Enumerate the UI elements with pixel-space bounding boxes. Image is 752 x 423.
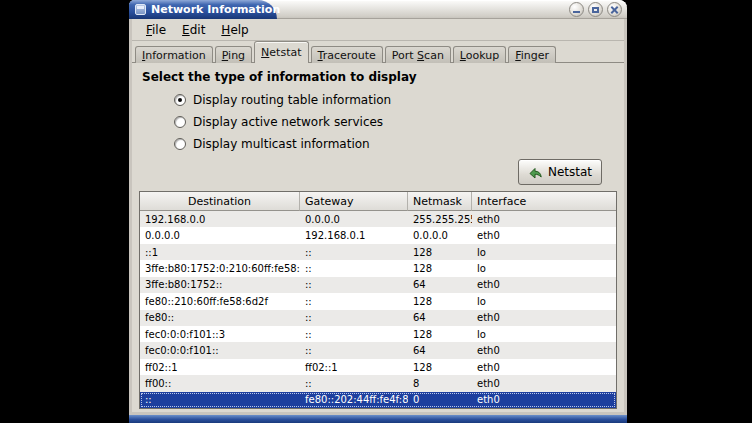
table-row[interactable]: 192.168.0.0 0.0.0.0 255.255.255.0 eth0 bbox=[140, 211, 616, 227]
table-row[interactable]: fec0:0:0:f101:: :: 64 eth0 bbox=[140, 342, 616, 358]
table-row[interactable]: 3ffe:b80:1752:0:210:60ff:fe58:6d2f :: 12… bbox=[140, 260, 616, 276]
column-header[interactable]: Gateway bbox=[300, 192, 408, 211]
table-row[interactable]: 3ffe:b80:1752:: :: 64 eth0 bbox=[140, 277, 616, 293]
window-icon bbox=[135, 4, 146, 15]
maximize-icon bbox=[592, 7, 599, 13]
radio-button-icon[interactable] bbox=[174, 138, 186, 150]
radio-option-label: Display multicast information bbox=[193, 137, 370, 151]
netmask-cell: 0 bbox=[408, 394, 472, 405]
radio-option[interactable]: Display multicast information bbox=[174, 133, 617, 155]
destination-cell: fe80:: bbox=[140, 312, 300, 323]
minimize-button[interactable] bbox=[569, 2, 584, 17]
table-row[interactable]: fe80::210:60ff:fe58:6d2f :: 128 lo bbox=[140, 293, 616, 309]
screen-background: Network Information File Edit Help bbox=[0, 0, 752, 423]
destination-cell: fec0:0:0:f101::3 bbox=[140, 329, 300, 340]
gateway-cell: fe80::202:44ff:fe4f:83e1 bbox=[300, 394, 408, 405]
tab-label: Traceroute bbox=[318, 49, 376, 62]
interface-cell: lo bbox=[472, 329, 616, 340]
netmask-cell: 128 bbox=[408, 362, 472, 373]
interface-cell: lo bbox=[472, 247, 616, 258]
titlebar-tab[interactable]: Network Information bbox=[129, 0, 277, 19]
netstat-button[interactable]: Netstat bbox=[518, 159, 602, 185]
radio-button-icon[interactable] bbox=[174, 94, 186, 106]
interface-cell: lo bbox=[472, 296, 616, 307]
network-information-window: Network Information File Edit Help bbox=[129, 0, 627, 415]
tab-bar: Information Ping Netstat Traceroute bbox=[132, 41, 624, 63]
tab[interactable]: Netstat bbox=[254, 41, 308, 63]
tab[interactable]: Lookup bbox=[453, 46, 506, 63]
table-body: 192.168.0.0 0.0.0.0 255.255.255.0 eth0 0… bbox=[140, 211, 616, 408]
tab[interactable]: Information bbox=[135, 46, 213, 63]
radio-group: Display routing table information Displa… bbox=[174, 89, 617, 155]
table-row[interactable]: ff02::1 ff02::1 128 eth0 bbox=[140, 359, 616, 375]
column-header[interactable]: Netmask bbox=[408, 192, 472, 211]
table-header-row: Destination Gateway Netmask Interface bbox=[140, 192, 616, 211]
netmask-cell: 8 bbox=[408, 378, 472, 389]
interface-cell: eth0 bbox=[472, 394, 616, 405]
column-header[interactable]: Interface bbox=[472, 192, 616, 211]
radio-option[interactable]: Display active network services bbox=[174, 111, 617, 133]
radio-button-icon[interactable] bbox=[174, 116, 186, 128]
table-row[interactable]: ::1 :: 128 lo bbox=[140, 244, 616, 260]
netmask-cell: 64 bbox=[408, 279, 472, 290]
menu-item[interactable]: Edit bbox=[174, 21, 213, 39]
netmask-cell: 64 bbox=[408, 312, 472, 323]
netstat-button-label: Netstat bbox=[548, 165, 592, 179]
gateway-cell: :: bbox=[300, 378, 408, 389]
titlebar[interactable]: Network Information bbox=[129, 0, 627, 19]
tab[interactable]: Ping bbox=[215, 46, 252, 63]
interface-cell: eth0 bbox=[472, 214, 616, 225]
button-row: Netstat bbox=[139, 159, 602, 185]
column-header[interactable]: Destination bbox=[140, 192, 300, 211]
window-title: Network Information bbox=[151, 3, 280, 16]
gateway-cell: :: bbox=[300, 345, 408, 356]
netstat-green-arrow-icon bbox=[528, 166, 543, 179]
close-button[interactable] bbox=[607, 2, 622, 17]
menu-item[interactable]: Help bbox=[213, 21, 256, 39]
maximize-button[interactable] bbox=[588, 2, 603, 17]
close-icon bbox=[610, 5, 619, 14]
tab-label: Finger bbox=[515, 49, 549, 62]
netstat-tab-panel: Select the type of information to displa… bbox=[132, 63, 624, 412]
radio-option-label: Display active network services bbox=[193, 115, 383, 129]
interface-cell: eth0 bbox=[472, 345, 616, 356]
table-row[interactable]: fec0:0:0:f101::3 :: 128 lo bbox=[140, 326, 616, 342]
destination-cell: fe80::210:60ff:fe58:6d2f bbox=[140, 296, 300, 307]
destination-cell: ff00:: bbox=[140, 378, 300, 389]
menubar: File Edit Help bbox=[132, 19, 624, 41]
gateway-cell: ff02::1 bbox=[300, 362, 408, 373]
table-row[interactable]: :: fe80::202:44ff:fe4f:83e1 0 eth0 bbox=[140, 392, 616, 408]
interface-cell: eth0 bbox=[472, 279, 616, 290]
tab-label: Netstat bbox=[261, 46, 301, 59]
destination-cell: 3ffe:b80:1752:0:210:60ff:fe58:6d2f bbox=[140, 263, 300, 274]
table-row[interactable]: fe80:: :: 64 eth0 bbox=[140, 310, 616, 326]
netmask-cell: 255.255.255.0 bbox=[408, 214, 472, 225]
netmask-cell: 64 bbox=[408, 345, 472, 356]
tab-label: Lookup bbox=[460, 49, 499, 62]
radio-option-label: Display routing table information bbox=[193, 93, 391, 107]
table-row[interactable]: ff00:: :: 8 eth0 bbox=[140, 375, 616, 391]
minimize-icon bbox=[573, 11, 580, 13]
interface-cell: eth0 bbox=[472, 230, 616, 241]
menu-item[interactable]: File bbox=[138, 21, 174, 39]
gateway-cell: :: bbox=[300, 263, 408, 274]
background-panel-strip bbox=[129, 415, 627, 423]
netmask-cell: 0.0.0.0 bbox=[408, 230, 472, 241]
interface-cell: lo bbox=[472, 263, 616, 274]
destination-cell: 192.168.0.0 bbox=[140, 214, 300, 225]
radio-option[interactable]: Display routing table information bbox=[174, 89, 617, 111]
destination-cell: 3ffe:b80:1752:: bbox=[140, 279, 300, 290]
window-body: File Edit Help Information Ping bbox=[129, 19, 627, 415]
tab-label: Information bbox=[142, 49, 206, 62]
tab[interactable]: Port Scan bbox=[385, 46, 451, 63]
netmask-cell: 128 bbox=[408, 263, 472, 274]
netmask-cell: 128 bbox=[408, 296, 472, 307]
tab[interactable]: Finger bbox=[508, 46, 556, 63]
gateway-cell: 0.0.0.0 bbox=[300, 214, 408, 225]
destination-cell: fec0:0:0:f101:: bbox=[140, 345, 300, 356]
tab[interactable]: Traceroute bbox=[311, 46, 383, 63]
section-label: Select the type of information to displa… bbox=[142, 70, 617, 84]
destination-cell: ::1 bbox=[140, 247, 300, 258]
table-row[interactable]: 0.0.0.0 192.168.0.1 0.0.0.0 eth0 bbox=[140, 227, 616, 243]
gateway-cell: :: bbox=[300, 247, 408, 258]
